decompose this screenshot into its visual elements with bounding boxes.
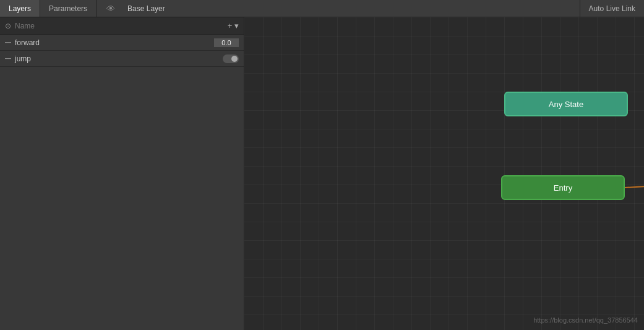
node-entry-label: Entry xyxy=(554,183,572,193)
tab-parameters[interactable]: Parameters xyxy=(40,0,97,17)
auto-live-link-button[interactable]: Auto Live Link xyxy=(580,0,644,17)
add-param-label: + ▾ xyxy=(228,21,239,30)
param-toggle-jump[interactable] xyxy=(223,54,239,63)
svg-line-3 xyxy=(625,183,644,188)
layer-label: Base Layer xyxy=(120,4,173,13)
param-row-jump[interactable]: — jump xyxy=(0,51,244,67)
node-any-state-label: Any State xyxy=(549,100,583,109)
search-bar: ⊙ + ▾ xyxy=(0,17,244,35)
param-row-forward[interactable]: — forward 0.0 xyxy=(0,35,244,51)
auto-live-link-label: Auto Live Link xyxy=(589,4,635,13)
param-value-forward[interactable]: 0.0 xyxy=(214,38,239,47)
param-name-forward: forward xyxy=(15,38,214,47)
canvas-area[interactable]: Any State Entry ground jump https://blog… xyxy=(244,17,644,330)
float-icon: — xyxy=(5,39,11,46)
top-bar: Layers Parameters 👁 Base Layer Auto Live… xyxy=(0,0,644,17)
tab-layers-label: Layers xyxy=(9,4,31,13)
tab-group: Layers Parameters xyxy=(0,0,97,17)
tab-layers[interactable]: Layers xyxy=(0,0,40,17)
search-icon: ⊙ xyxy=(5,22,11,30)
main-layout: ⊙ + ▾ — forward 0.0 — jump xyxy=(0,17,644,330)
add-param-button[interactable]: + ▾ xyxy=(228,21,239,30)
eye-icon[interactable]: 👁 xyxy=(101,4,120,14)
left-panel: ⊙ + ▾ — forward 0.0 — jump xyxy=(0,17,244,330)
search-input[interactable] xyxy=(15,22,228,30)
arrows-svg xyxy=(244,17,644,330)
node-any-state[interactable]: Any State xyxy=(504,92,628,116)
bool-icon: — xyxy=(5,55,11,62)
node-entry[interactable]: Entry xyxy=(501,175,625,200)
watermark: https://blog.csdn.net/qq_37856544 xyxy=(533,316,638,324)
param-name-jump: jump xyxy=(15,54,223,63)
tab-parameters-label: Parameters xyxy=(49,4,87,13)
